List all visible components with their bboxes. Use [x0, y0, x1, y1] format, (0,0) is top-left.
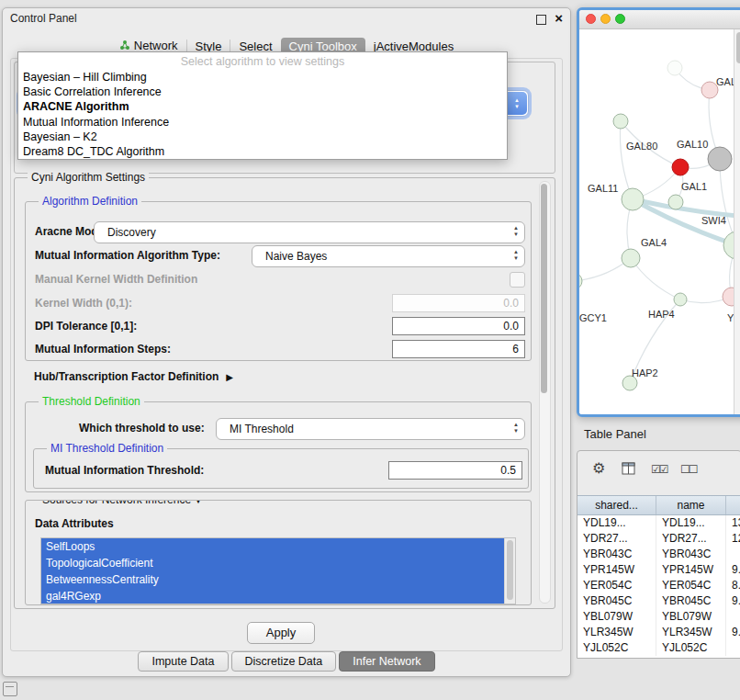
dropdown-item[interactable]: Bayesian – K2: [18, 130, 507, 144]
table-row[interactable]: YBL079W YBL079W: [577, 609, 740, 625]
tab-infer-network[interactable]: Infer Network: [339, 651, 434, 672]
cell-name: YER054C: [656, 578, 726, 593]
table-row[interactable]: YDL19... YDL19... 13: [577, 515, 740, 531]
table-row[interactable]: YJL052C YJL052C: [577, 640, 740, 656]
combo-stepper-icon: ▲▼: [513, 249, 519, 262]
float-window-icon[interactable]: [536, 15, 546, 25]
table-row[interactable]: YER054C YER054C 8.: [577, 578, 740, 593]
network-window-titlebar[interactable]: [579, 10, 740, 29]
network-scrollbar-thumb[interactable]: [736, 32, 740, 63]
chevron-down-icon: ▼: [194, 500, 202, 505]
graph-node[interactable]: [674, 293, 687, 306]
dropdown-item[interactable]: Bayesian – Hill Climbing: [18, 70, 507, 85]
cell-name: YDL19...: [656, 515, 726, 531]
minimize-traffic-light[interactable]: [600, 14, 611, 24]
mi-type-combo[interactable]: Naive Bayes ▲▼: [252, 245, 525, 267]
dropdown-item-list: Bayesian – Hill Climbing Basic Correlati…: [18, 70, 507, 159]
tab-discretize-data[interactable]: Discretize Data: [231, 651, 337, 672]
table-header: shared... name: [577, 495, 740, 515]
graph-node[interactable]: [668, 195, 683, 209]
column-header-name[interactable]: name: [656, 496, 726, 514]
sources-group: Sources for Network Inference ▼ Data Att…: [25, 500, 532, 605]
bottom-tabbar: Impute Data Discretize Data Infer Networ…: [3, 651, 570, 672]
column-header-extra[interactable]: [726, 496, 740, 514]
cell-extra: [726, 609, 740, 625]
network-view-window: GAL80GAL80GAL10GAL11GAL1SWI4GAL4GCY1HAP4…: [577, 7, 740, 417]
hub-definition-toggle[interactable]: Hub/Transcription Factor Definition ▶: [34, 370, 233, 383]
control-panel-window: Control Panel × Network Style Select Cyn…: [2, 7, 571, 677]
table-row[interactable]: YDR27... YDR27... 12: [577, 531, 740, 547]
add-column-icon[interactable]: [622, 462, 636, 478]
panel-grip-icon[interactable]: [3, 682, 17, 696]
dropdown-item[interactable]: ARACNE Algorithm: [18, 99, 507, 114]
deselect-all-icon[interactable]: ☐☐: [680, 463, 697, 476]
attribute-list-item[interactable]: BetweennessCentrality: [41, 571, 504, 588]
table-body: YDL19... YDL19... 13 YDR27... YDR27... 1…: [577, 515, 740, 656]
attribute-list-item[interactable]: SelfLoops: [41, 538, 504, 555]
table-row[interactable]: YBR045C YBR045C 9.: [577, 593, 740, 609]
cell-name: YDR27...: [656, 531, 726, 547]
network-canvas[interactable]: GAL80GAL80GAL10GAL11GAL1SWI4GAL4GCY1HAP4…: [579, 29, 740, 414]
tab-impute-data[interactable]: Impute Data: [138, 651, 228, 672]
gear-icon[interactable]: ⚙: [592, 459, 605, 477]
kernel-width-field[interactable]: 0.0: [392, 294, 525, 312]
cell-extra: 9.: [726, 625, 740, 640]
zoom-traffic-light[interactable]: [615, 14, 625, 24]
algorithm-definition-group: Algorithm Definition Aracne Mode: Discov…: [25, 201, 532, 361]
graph-node[interactable]: [579, 273, 582, 289]
table-row[interactable]: YPR145W YPR145W 9.: [577, 562, 740, 578]
node-label: GAL1: [681, 181, 707, 192]
cell-shared-name: YDL19...: [577, 515, 656, 531]
hub-definition-label: Hub/Transcription Factor Definition: [34, 370, 219, 383]
threshold-definition-group: Threshold Definition Which threshold to …: [25, 401, 532, 492]
manual-kernel-checkbox[interactable]: [510, 272, 525, 288]
cell-name: YLR345W: [656, 625, 726, 640]
graph-node[interactable]: [708, 147, 732, 171]
mi-steps-field[interactable]: 6: [392, 340, 525, 358]
chevron-right-icon: ▶: [226, 372, 233, 382]
graph-node[interactable]: [622, 188, 644, 210]
network-graph: GAL80GAL80GAL10GAL11GAL1SWI4GAL4GCY1HAP4…: [579, 29, 740, 412]
dpi-tolerance-field[interactable]: 0.0: [392, 317, 525, 335]
manual-kernel-label: Manual Kernel Width Definition: [35, 273, 197, 286]
dropdown-item[interactable]: Mutual Information Inference: [18, 115, 507, 130]
tab-network-label: Network: [134, 39, 178, 52]
mi-threshold-field[interactable]: 0.5: [388, 461, 522, 480]
dropdown-item[interactable]: Dream8 DC_TDC Algorithm: [18, 144, 507, 159]
close-traffic-light[interactable]: [586, 14, 596, 24]
settings-scrollbar-thumb[interactable]: [541, 184, 547, 393]
cell-name: YBR043C: [656, 547, 726, 562]
mi-threshold-label: Mutual Information Threshold:: [45, 464, 204, 477]
cell-extra: [726, 640, 740, 656]
close-icon[interactable]: ×: [555, 10, 563, 26]
cell-shared-name: YBR045C: [577, 593, 656, 609]
graph-node[interactable]: [672, 159, 689, 175]
select-all-icon[interactable]: ☑☑: [651, 463, 667, 476]
aracne-mode-combo[interactable]: Discovery ▲▼: [94, 221, 525, 243]
dropdown-item[interactable]: Basic Correlation Inference: [18, 85, 507, 99]
sources-title[interactable]: Sources for Network Inference ▼: [39, 500, 206, 506]
table-row[interactable]: YLR345W YLR345W 9.: [577, 625, 740, 640]
attribute-list-item[interactable]: TopologicalCoefficient: [41, 555, 504, 571]
graph-edge[interactable]: [631, 258, 680, 299]
which-threshold-combo[interactable]: MI Threshold ▲▼: [216, 418, 525, 440]
column-header-shared[interactable]: shared...: [577, 496, 656, 514]
graph-node[interactable]: [613, 114, 628, 129]
list-scrollbar-thumb[interactable]: [507, 540, 513, 600]
graph-node[interactable]: [622, 249, 640, 267]
settings-scrollbar[interactable]: [539, 181, 551, 604]
cell-shared-name: YBR043C: [577, 547, 656, 562]
node-table: shared... name YDL19... YDL19... 13 YDR2…: [577, 495, 740, 658]
network-scrollbar[interactable]: [734, 29, 740, 414]
table-panel-title: Table Panel: [584, 427, 646, 441]
cell-extra: 8.: [726, 578, 740, 593]
attribute-list-item[interactable]: gal4RGexp: [41, 588, 504, 604]
list-scrollbar[interactable]: [504, 538, 515, 604]
combo-stepper-icon: ▲▼: [507, 92, 527, 115]
mi-type-label: Mutual Information Algorithm Type:: [35, 249, 220, 262]
dpi-tolerance-label: DPI Tolerance [0,1]:: [35, 320, 137, 333]
dropdown-placeholder: Select algorithm to view settings: [18, 54, 507, 70]
graph-node[interactable]: [667, 61, 682, 75]
apply-button[interactable]: Apply: [247, 622, 315, 644]
table-row[interactable]: YBR043C YBR043C: [577, 547, 740, 562]
